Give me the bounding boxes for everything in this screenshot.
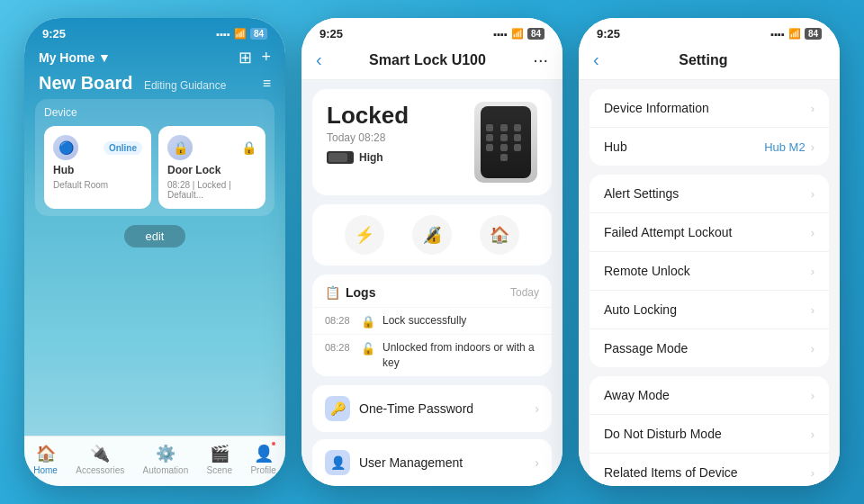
one-time-password-icon: 🔑 (325, 396, 350, 421)
auto-locking-label: Auto Locking (604, 302, 811, 317)
chevron-otp: › (535, 401, 539, 416)
chevron-um: › (535, 455, 539, 470)
logs-card: 📋 Logs Today 08:28 🔒 Lock successfully 0… (312, 274, 552, 376)
door-lock-sub: 08:28 | Locked | Default... (167, 180, 256, 200)
action-icons-row: ⚡ 🔏 🏠 (312, 204, 552, 266)
battery-2: 84 (527, 28, 544, 40)
more-button-2[interactable]: ··· (533, 50, 548, 70)
status-bar-2: 9:25 ▪▪▪▪ 📶 84 (302, 18, 562, 44)
failed-attempt-lockout-item[interactable]: Failed Attempt Lockout › (590, 213, 829, 252)
home-nav-icon: 🏠 (36, 444, 56, 464)
lock-time: Today 08:28 (327, 131, 409, 144)
log-time-1: 08:28 (325, 313, 354, 326)
nav-scene[interactable]: 🎬 Scene (207, 444, 232, 475)
nav-home[interactable]: 🏠 Home (33, 444, 58, 475)
hub-value: Hub M2 (764, 140, 806, 154)
bottom-nav: 🏠 Home 🔌 Accessories ⚙️ Automation 🎬 Sce… (24, 436, 285, 486)
settings-group-2: Alert Settings › Failed Attempt Lockout … (590, 175, 829, 367)
do-not-disturb-item[interactable]: Do Not Disturb Mode › (590, 415, 829, 454)
user-management-label: User Management (359, 455, 535, 470)
hub-icon: 🔵 (53, 135, 78, 160)
phone-2: 9:25 ▪▪▪▪ 📶 84 ‹ Smart Lock U100 ··· Loc… (302, 18, 562, 486)
settings-group-3: Away Mode › Do Not Disturb Mode › Relate… (590, 376, 829, 486)
home-nav-label: Home (33, 465, 58, 475)
hub-card[interactable]: 🔵 Online Hub Default Room (44, 126, 151, 209)
accessories-nav-label: Accessories (76, 465, 124, 475)
phone-1: 9:25 ▪▪▪▪ 📶 84 My Home ▼ ⊞ + New Board E… (24, 18, 285, 486)
door-lock-name: Door Lock (167, 164, 256, 176)
bluetooth-button[interactable]: ⚡ (345, 215, 384, 255)
auto-locking-item[interactable]: Auto Locking › (590, 291, 829, 329)
settings-group-1: Device Information › Hub Hub M2 › (590, 89, 829, 166)
user-management-icon: 👤 (325, 450, 350, 475)
log-icon-1: 🔒 (361, 313, 375, 328)
signal-icon-1: ▪▪▪▪ (216, 29, 230, 40)
board-menu-icon[interactable]: ≡ (263, 76, 271, 92)
device-information-item[interactable]: Device Information › (590, 89, 829, 128)
back-button-2[interactable]: ‹ (316, 50, 322, 70)
failed-attempt-label: Failed Attempt Lockout (604, 225, 811, 239)
hub-name: Hub (53, 164, 142, 176)
hub-sub: Default Room (53, 180, 142, 190)
time-2: 9:25 (320, 27, 343, 40)
grid-icon[interactable]: ⊞ (238, 48, 252, 68)
home-label[interactable]: My Home ▼ (39, 50, 111, 65)
log-text-2: Unlocked from indoors or with a key (382, 340, 539, 371)
related-items-device-item[interactable]: Related Items of Device › (590, 454, 829, 486)
log-text-1: Lock successfully (382, 313, 466, 328)
p2-header: ‹ Smart Lock U100 ··· (302, 44, 562, 80)
lock-icon: 🔒 (167, 135, 193, 160)
p2-title: Smart Lock U100 (369, 52, 486, 68)
phone-3: 9:25 ▪▪▪▪ 📶 84 ‹ Setting Device Informat… (579, 18, 840, 486)
lock-status-card: Locked Today 08:28 High (312, 89, 552, 195)
board-title: New Board (39, 73, 132, 93)
device-section-label: Device (44, 106, 266, 119)
related-items-label: Related Items of Device (604, 465, 811, 480)
home-button[interactable]: 🏠 (480, 215, 519, 255)
remote-unlock-item[interactable]: Remote Unlock › (590, 252, 829, 291)
editing-label: Editing Guidance (144, 79, 226, 92)
edit-button[interactable]: edit (124, 225, 186, 248)
log-entry-1: 08:28 🔒 Lock successfully (312, 307, 552, 334)
nav-automation[interactable]: ⚙️ Automation (143, 444, 189, 475)
passage-mode-item[interactable]: Passage Mode › (590, 329, 829, 367)
alert-settings-label: Alert Settings (604, 186, 811, 201)
keypad-button[interactable]: 🔏 (412, 215, 452, 255)
chevron-hub: › (811, 140, 814, 154)
hub-item[interactable]: Hub Hub M2 › (590, 128, 829, 166)
alert-settings-item[interactable]: Alert Settings › (590, 175, 829, 213)
away-mode-item[interactable]: Away Mode › (590, 376, 829, 415)
passage-mode-label: Passage Mode (604, 341, 811, 356)
away-mode-label: Away Mode (604, 388, 811, 402)
add-icon[interactable]: + (261, 48, 271, 68)
bluetooth-icon: ⚡ (355, 225, 374, 245)
battery-1: 84 (250, 28, 267, 40)
user-management-item[interactable]: 👤 User Management › (312, 439, 552, 486)
door-lock-card[interactable]: 🔒 🔒 Door Lock 08:28 | Locked | Default..… (158, 126, 266, 209)
status-bar-1: 9:25 ▪▪▪▪ 📶 84 (24, 18, 285, 44)
automation-nav-icon: ⚙️ (156, 444, 176, 464)
wifi-icon-3: 📶 (788, 28, 801, 40)
logs-icon: 📋 (325, 285, 340, 300)
log-icon-2: 🔓 (361, 340, 375, 356)
home-unlock-icon: 🏠 (490, 225, 509, 245)
back-button-3[interactable]: ‹ (593, 50, 599, 70)
logs-title: Logs (346, 285, 375, 300)
automation-nav-label: Automation (143, 465, 189, 475)
do-not-disturb-label: Do Not Disturb Mode (604, 427, 811, 441)
time-3: 9:25 (597, 27, 620, 40)
profile-dot (272, 442, 275, 446)
one-time-password-item[interactable]: 🔑 One-Time Password › (312, 385, 552, 432)
nav-accessories[interactable]: 🔌 Accessories (76, 444, 124, 475)
scene-nav-icon: 🎬 (210, 444, 230, 464)
lock-title: Locked (327, 102, 409, 130)
remote-unlock-label: Remote Unlock (604, 264, 811, 278)
lock-device-image (474, 102, 537, 183)
battery-3: 84 (805, 28, 822, 40)
nav-profile[interactable]: 👤 Profile (250, 444, 275, 475)
battery-indicator (327, 151, 354, 164)
logs-date: Today (510, 286, 539, 299)
wifi-icon-1: 📶 (234, 28, 247, 40)
status-bar-3: 9:25 ▪▪▪▪ 📶 84 (579, 18, 840, 44)
lock-status-icon: 🔒 (241, 140, 256, 155)
